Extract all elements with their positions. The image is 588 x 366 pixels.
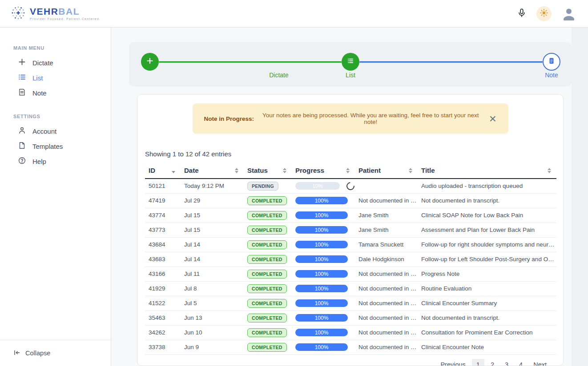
- scrollbar-track[interactable]: [572, 28, 588, 366]
- table-row[interactable]: 35463Jun 13COMPLETED100%Not documented i…: [145, 310, 556, 325]
- row-progress: 100%: [292, 208, 355, 223]
- sidebar-collapse-button[interactable]: Collapse: [0, 340, 111, 366]
- table-row[interactable]: 43684Jul 14COMPLETED100%Tamara SnuckettF…: [145, 237, 556, 252]
- row-progress: 100%: [292, 223, 355, 237]
- row-progress: 100%: [292, 193, 355, 208]
- table-row[interactable]: 34262Jun 10COMPLETED100%Not documented i…: [145, 325, 556, 340]
- row-status: COMPLETED: [244, 223, 292, 237]
- sidebar-item-templates[interactable]: Templates: [0, 139, 111, 154]
- column-header-status[interactable]: Status: [244, 163, 292, 179]
- sidebar-item-help[interactable]: Help: [0, 154, 111, 169]
- column-header-progress[interactable]: Progress: [292, 163, 355, 179]
- pagination: Previous 1 2 3 4 Next: [137, 359, 551, 366]
- row-status: COMPLETED: [244, 310, 292, 325]
- column-header-patient[interactable]: Patient: [355, 163, 418, 179]
- row-date: Jul 5: [181, 296, 244, 310]
- sort-desc-icon: [172, 167, 175, 173]
- theme-toggle-button[interactable]: [536, 6, 552, 21]
- step-list-button[interactable]: [342, 53, 359, 71]
- row-title: Consultation for Prominent Ear Correctio…: [418, 325, 556, 340]
- row-id: 43774: [145, 208, 181, 223]
- table-row[interactable]: 33738Jun 9COMPLETED100%Not documented in…: [145, 340, 556, 354]
- content-area: Dictate List: [111, 28, 588, 366]
- collapse-label: Collapse: [25, 350, 50, 357]
- sort-icon: [283, 168, 286, 173]
- sidebar-item-label: Templates: [32, 143, 63, 150]
- sidebar-item-dictate[interactable]: Dictate: [0, 55, 111, 70]
- status-badge: COMPLETED: [247, 196, 287, 205]
- row-title: Not documented in transcript.: [418, 193, 556, 208]
- row-date: Jul 11: [181, 267, 244, 281]
- column-header-title[interactable]: Title: [418, 163, 556, 179]
- pagination-page-3[interactable]: 3: [500, 359, 513, 366]
- step-list-label: List: [330, 72, 371, 79]
- table-row[interactable]: 41929Jul 8COMPLETED100%Not documented in…: [145, 281, 556, 296]
- sort-icon: [409, 168, 412, 173]
- table-row[interactable]: 43166Jul 11COMPLETED100%Not documented i…: [145, 267, 556, 281]
- alert-title: Note in Progress:: [204, 115, 254, 122]
- status-badge: COMPLETED: [247, 328, 287, 337]
- progress-bar: 100%: [295, 314, 348, 322]
- row-id: 47419: [145, 193, 181, 208]
- row-id: 43166: [145, 267, 181, 281]
- table-row[interactable]: 47419Jul 29COMPLETED100%Not documented i…: [145, 193, 556, 208]
- progress-bar: 100%: [295, 255, 348, 263]
- row-id: 35463: [145, 310, 181, 325]
- sidebar-item-account[interactable]: Account: [0, 123, 111, 139]
- collapse-icon: [13, 349, 20, 358]
- pagination-page-1[interactable]: 1: [472, 359, 484, 366]
- user-avatar[interactable]: [561, 7, 576, 20]
- progress-bar: 100%: [295, 241, 348, 248]
- note-icon: [18, 88, 26, 97]
- row-title: Clinical SOAP Note for Low Back Pain: [418, 208, 556, 223]
- row-patient: Not documented in tr...: [355, 296, 418, 310]
- row-patient: Tamara Snuckett: [355, 237, 418, 252]
- row-date: Jun 9: [181, 340, 244, 354]
- progress-bar: 100%: [295, 226, 348, 234]
- main-menu-heading: MAIN MENU: [13, 45, 111, 51]
- column-header-id[interactable]: ID: [145, 163, 181, 179]
- status-badge: COMPLETED: [247, 314, 287, 322]
- top-bar: VEHRBAL Provider Focused. Patient-Center…: [0, 0, 588, 28]
- sidebar-item-list[interactable]: List: [0, 70, 111, 85]
- pagination-page-4[interactable]: 4: [515, 359, 527, 366]
- row-patient: Jane Smith: [355, 223, 418, 237]
- table-row[interactable]: 50121Today 9:12 PMPENDING10%Audio upload…: [145, 179, 556, 193]
- row-status: COMPLETED: [244, 237, 292, 252]
- status-badge: COMPLETED: [247, 343, 287, 352]
- sidebar-item-label: Account: [32, 127, 56, 135]
- status-badge: COMPLETED: [247, 299, 287, 308]
- list-icon: [347, 57, 354, 66]
- table-row[interactable]: 43774Jul 15COMPLETED100%Jane SmithClinic…: [145, 208, 556, 223]
- row-status: COMPLETED: [244, 296, 292, 310]
- table-row[interactable]: 41522Jul 5COMPLETED100%Not documented in…: [145, 296, 556, 310]
- alert-close-button[interactable]: ✕: [486, 114, 499, 124]
- status-badge: PENDING: [247, 182, 278, 191]
- step-note-button[interactable]: [543, 53, 560, 71]
- pagination-page-2[interactable]: 2: [486, 359, 499, 366]
- row-progress: 100%: [292, 252, 355, 267]
- entries-summary: Showing 1 to 12 of 42 entries: [145, 150, 563, 158]
- microphone-button[interactable]: [517, 8, 527, 19]
- step-dictate-button[interactable]: [141, 53, 159, 71]
- progress-bar: 100%: [295, 285, 348, 292]
- sort-icon: [346, 168, 350, 173]
- sort-icon: [548, 168, 551, 173]
- table-row[interactable]: 43683Jul 14COMPLETED100%Dale HodgkinsonF…: [145, 252, 556, 267]
- progress-bar: 100%: [295, 343, 348, 351]
- row-date: Jun 10: [181, 325, 244, 340]
- row-patient: Not documented in tr...: [355, 310, 418, 325]
- row-progress: 100%: [292, 325, 355, 340]
- table-row[interactable]: 43773Jul 15COMPLETED100%Jane SmithAssess…: [145, 223, 556, 237]
- row-progress: 100%: [292, 310, 355, 325]
- pagination-next-button[interactable]: Next: [529, 359, 551, 366]
- alert-message: Your notes are being processed. While yo…: [256, 112, 485, 125]
- brand-logo[interactable]: VEHRBAL Provider Focused. Patient-Center…: [10, 4, 101, 23]
- progress-bar: 100%: [295, 299, 348, 307]
- progress-bar: 10%: [295, 182, 340, 190]
- column-header-date[interactable]: Date: [181, 163, 244, 179]
- pagination-previous-button[interactable]: Previous: [436, 359, 470, 366]
- sidebar-item-note[interactable]: Note: [0, 85, 111, 100]
- row-title: Clinical Encounter Note: [418, 340, 556, 354]
- row-id: 43773: [145, 223, 181, 237]
